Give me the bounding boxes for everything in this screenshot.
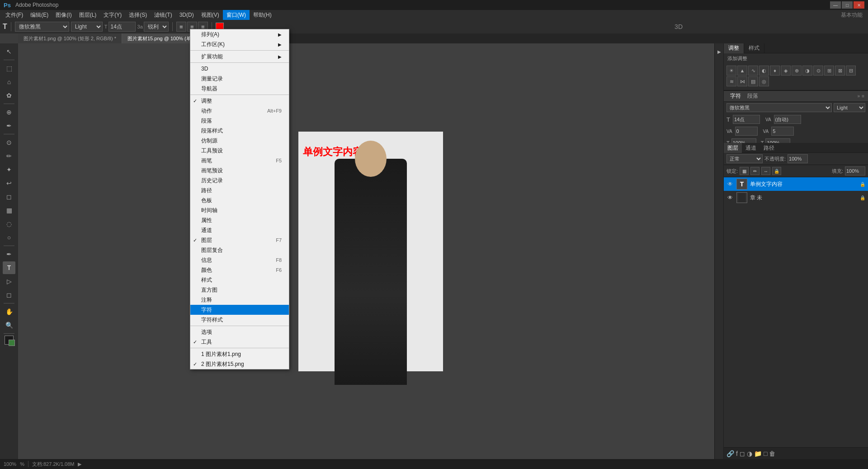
fill-input[interactable] [845,166,865,175]
menu-extensions[interactable]: 扩展功能 ▶ [190,52,289,62]
font-family-select[interactable]: 微软雅黑 [15,22,69,32]
path-select-tool[interactable]: ▷ [3,275,15,288]
menu-color[interactable]: 颜色 F6 [190,265,289,275]
blend-mode-select[interactable]: 正常 [726,154,763,163]
menu-doc-1[interactable]: 1 图片素材1.png [190,349,289,359]
menu-styles[interactable]: 样式 [190,275,289,285]
align-left-button[interactable]: ≡ [176,22,186,32]
menu-paths[interactable]: 路径 [190,185,289,195]
hue-saturation-icon[interactable]: ◈ [781,66,791,76]
tab-layers[interactable]: 图层 [724,143,742,153]
lock-all-button[interactable]: 🔒 [772,167,781,175]
invert-icon[interactable]: ⊟ [846,66,856,76]
menu-paragraph[interactable]: 段落 [190,116,289,126]
link-layers-button[interactable]: 🔗 [726,450,734,457]
menu-adjustments[interactable]: 调整 [190,96,289,106]
lock-transparent-button[interactable]: ▦ [740,167,749,175]
new-layer-button[interactable]: □ [764,450,767,457]
char-panel-expand-icon[interactable]: » [858,94,860,99]
brightness-contrast-icon[interactable]: ☀ [726,66,736,76]
tab-adjustments[interactable]: 调整 [724,43,744,53]
antialiasing-select[interactable]: 锐利 [144,22,169,32]
vibrance-icon[interactable]: ♦ [770,66,780,76]
char-tracking-input[interactable] [771,127,794,136]
color-balance-icon[interactable]: ⊕ [792,66,802,76]
lock-position-button[interactable]: ↔ [761,167,770,175]
layer-row-image[interactable]: 👁 章 未 🔒 [724,191,868,204]
menu-layers[interactable]: 图层 F7 [190,235,289,245]
channel-mixer-icon[interactable]: ⊞ [824,66,834,76]
menu-image[interactable]: 图像(I) [52,10,75,20]
add-style-button[interactable]: f [736,450,738,457]
char-leading-input[interactable] [774,115,801,124]
menu-file[interactable]: 文件(F) [2,10,27,20]
menu-3d[interactable]: 3D [190,64,289,74]
font-size-input[interactable] [108,22,136,32]
menu-tools[interactable]: 工具 [190,337,289,347]
menu-filter[interactable]: 滤镜(T) [151,10,175,20]
menu-window[interactable]: 窗口(W) [223,10,250,20]
gradient-map-icon[interactable]: ▤ [748,76,758,86]
menu-history[interactable]: 历史记录 [190,175,289,185]
color-lookup-icon[interactable]: ⊠ [835,66,845,76]
menu-help[interactable]: 帮助(H) [250,10,275,20]
menu-options[interactable]: 选项 [190,327,289,337]
menu-3d[interactable]: 3D(D) [176,10,198,20]
text-tool[interactable]: T [3,261,15,274]
menu-paragraph-styles[interactable]: 段落样式 [190,126,289,136]
char-tab-character[interactable]: 字符 [727,92,744,100]
shape-tool[interactable]: ◻ [3,289,15,301]
char-font-family-select[interactable]: 微软雅黑 [726,103,832,112]
menu-properties[interactable]: 属性 [190,215,289,225]
tab-channels[interactable]: 通道 [742,143,760,153]
menu-layer-comps[interactable]: 图层复合 [190,245,289,255]
zoom-tool[interactable]: 🔍 [3,319,15,332]
menu-select[interactable]: 选择(S) [125,10,151,20]
posterize-icon[interactable]: ≋ [726,76,736,86]
maximize-button[interactable]: □ [842,1,853,9]
dodge-tool[interactable]: ○ [3,231,15,244]
lasso-tool[interactable]: ⌂ [3,76,15,88]
char-tab-paragraph[interactable]: 段落 [745,92,761,100]
hand-tool[interactable]: ✋ [3,305,15,318]
quick-select-tool[interactable]: ✿ [3,89,15,102]
menu-character-styles[interactable]: 字符样式 [190,315,289,325]
clone-stamp-tool[interactable]: ✦ [3,163,15,176]
char-font-size-input[interactable] [733,115,760,124]
delete-layer-button[interactable]: 🗑 [769,450,775,457]
layer-visibility-icon-1[interactable]: 👁 [726,181,734,187]
levels-icon[interactable]: ▲ [737,66,747,76]
eyedropper-tool[interactable]: ✒ [3,119,15,132]
menu-text[interactable]: 文字(Y) [100,10,125,20]
selective-color-icon[interactable]: ◎ [759,76,769,86]
tab-document-1[interactable]: 图片素材1.png @ 100% (矩形 2, RGB/8) * [18,33,122,43]
close-button[interactable]: ✕ [854,1,864,9]
menu-clone-source[interactable]: 仿制源 [190,136,289,146]
threshold-icon[interactable]: ⋈ [737,76,747,86]
menu-arrange[interactable]: 排列(A) ▶ [190,29,289,39]
tab-styles[interactable]: 样式 [744,43,764,53]
move-tool[interactable]: ↖ [3,45,15,58]
menu-notes[interactable]: 注释 [190,295,289,305]
menu-actions[interactable]: 动作 Alt+F9 [190,106,289,116]
new-group-button[interactable]: 📁 [754,450,762,457]
blur-tool[interactable]: ◌ [3,218,15,230]
tab-paths[interactable]: 路径 [760,143,778,153]
menu-view[interactable]: 视图(V) [198,10,223,20]
photo-filter-icon[interactable]: ⊙ [813,66,823,76]
layer-visibility-icon-2[interactable]: 👁 [726,194,734,201]
menu-doc-2[interactable]: 2 图片素材15.png [190,359,289,369]
char-kerning-input[interactable] [735,127,758,136]
lock-image-button[interactable]: ✏ [750,167,760,175]
healing-brush-tool[interactable]: ⊙ [3,136,15,149]
opacity-input[interactable] [788,154,808,163]
curves-icon[interactable]: ∿ [748,66,758,76]
menu-channels[interactable]: 通道 [190,225,289,235]
menu-layer[interactable]: 图层(L) [75,10,100,20]
menu-histogram[interactable]: 直方图 [190,285,289,295]
menu-info[interactable]: 信息 F8 [190,255,289,265]
char-font-style-select[interactable]: Light [834,103,865,112]
brush-tool[interactable]: ✏ [3,150,15,162]
menu-swatches[interactable]: 色板 [190,195,289,205]
menu-timeline[interactable]: 时间轴 [190,205,289,215]
